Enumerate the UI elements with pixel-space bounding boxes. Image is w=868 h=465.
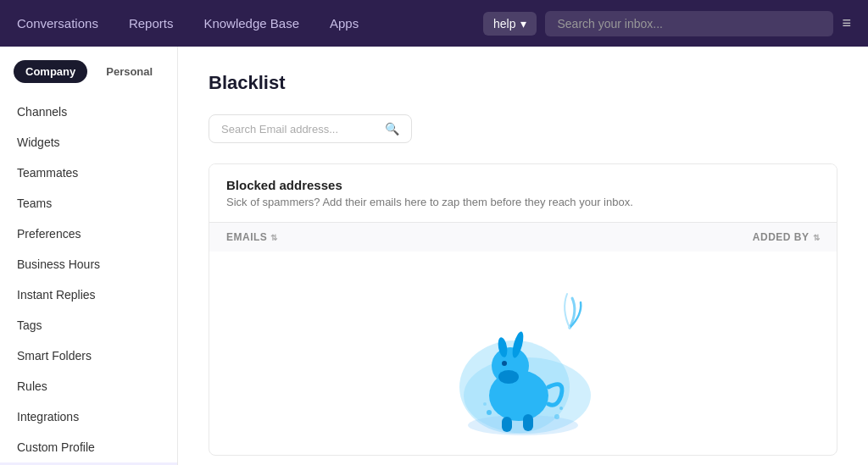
sidebar-item-instant-replies[interactable]: Instant Replies [0,280,177,310]
help-dropdown-button[interactable]: help ▾ [483,12,537,36]
nav-apps[interactable]: Apps [330,16,359,30]
sidebar-nav: Channels Widgets Teammates Teams Prefere… [0,93,177,465]
sidebar: Company Personal Channels Widgets Teamma… [0,47,178,465]
sidebar-item-smart-folders[interactable]: Smart Folders [0,340,177,371]
blocked-addresses-card: Blocked addresses Sick of spammers? Add … [209,163,837,456]
sidebar-item-widgets[interactable]: Widgets [0,127,177,158]
table-header: EMAILS ⇅ ADDED BY ⇅ [209,222,837,252]
tab-switcher: Company Personal [0,47,177,93]
chevron-down-icon: ▾ [520,17,526,30]
sidebar-item-teams[interactable]: Teams [0,188,177,219]
empty-state [209,252,837,455]
svg-rect-9 [502,417,512,432]
top-navigation: Conversations Reports Knowledge Base App… [0,0,868,47]
svg-rect-10 [523,414,533,431]
col-emails: EMAILS ⇅ [226,231,278,243]
page-title: Blacklist [209,72,837,94]
svg-point-11 [487,410,492,415]
email-search-input[interactable] [221,123,378,136]
svg-point-12 [483,402,487,406]
sort-emails-icon[interactable]: ⇅ [270,233,278,242]
col-added-by: ADDED BY ⇅ [753,231,820,243]
help-label: help [493,17,515,30]
empty-illustration [438,285,608,438]
nav-conversations[interactable]: Conversations [17,16,98,30]
main-area: Company Personal Channels Widgets Teamma… [0,47,868,465]
sidebar-item-business-hours[interactable]: Business Hours [0,249,177,280]
sidebar-item-integrations[interactable]: Integrations [0,401,177,432]
search-icon: 🔍 [385,122,399,136]
svg-point-14 [559,407,563,410]
sidebar-item-tags[interactable]: Tags [0,310,177,340]
sort-added-by-icon[interactable]: ⇅ [813,233,821,242]
blocked-header: Blocked addresses Sick of spammers? Add … [209,164,837,222]
main-content: Blacklist 🔍 Blocked addresses Sick of sp… [178,47,868,465]
sidebar-item-custom-profile[interactable]: Custom Profile [0,432,177,462]
nav-knowledge-base[interactable]: Knowledge Base [203,16,299,30]
blocked-description: Sick of spammers? Add their emails here … [226,196,820,208]
filter-icon[interactable]: ≡ [842,14,851,32]
svg-point-8 [502,361,507,366]
inbox-search-input[interactable] [545,11,833,36]
sidebar-item-rules[interactable]: Rules [0,371,177,401]
nav-reports[interactable]: Reports [129,16,174,30]
sidebar-item-preferences[interactable]: Preferences [0,219,177,249]
nav-search-area: help ▾ ≡ [483,11,851,36]
sidebar-item-teammates[interactable]: Teammates [0,158,177,188]
svg-point-7 [498,370,519,384]
personal-tab[interactable]: Personal [94,60,164,83]
svg-point-13 [554,414,559,419]
blocked-title: Blocked addresses [226,178,820,192]
sidebar-item-channels[interactable]: Channels [0,97,177,127]
company-tab[interactable]: Company [14,60,87,83]
email-search-wrap: 🔍 [209,114,412,143]
